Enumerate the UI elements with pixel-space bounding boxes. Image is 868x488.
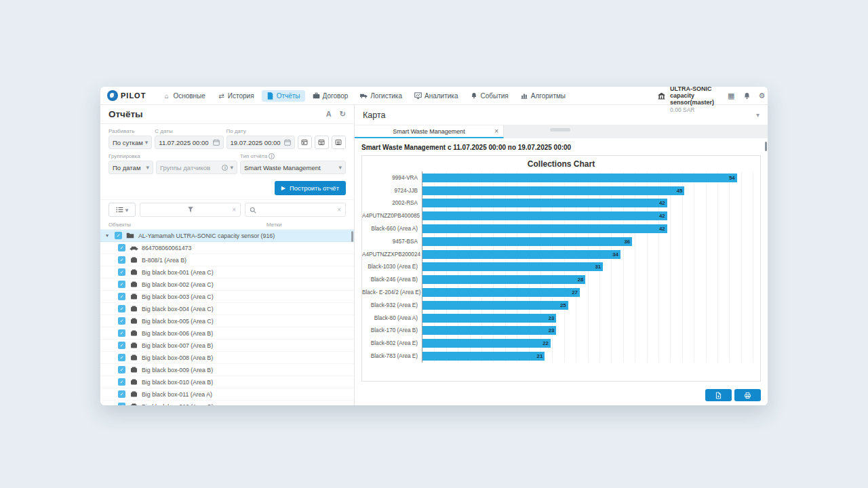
checkbox-checked[interactable]: ✓	[118, 268, 125, 276]
chart-bar[interactable]: 28	[422, 275, 585, 284]
date-to-input[interactable]	[231, 139, 282, 146]
tree-item-row[interactable]: ✓ Big black box-012 (Area C)	[100, 401, 354, 405]
search-input[interactable]: ×	[245, 203, 346, 217]
checkbox-checked[interactable]: ✓	[118, 256, 125, 264]
print-report-button[interactable]	[734, 389, 761, 401]
tree-item-row[interactable]: ✓ 864708060061473	[100, 242, 354, 254]
grouping-select[interactable]: По датам ▾	[108, 161, 153, 174]
checkbox-checked[interactable]: ✓	[118, 281, 125, 288]
date-from-input[interactable]	[159, 139, 210, 146]
chart-bar[interactable]: 21	[422, 352, 545, 361]
tree-item-row[interactable]: ✓ Big black box-001 (Area C)	[100, 266, 354, 279]
checkbox-checked[interactable]: ✓	[118, 244, 125, 251]
nav-item[interactable]: Договор	[308, 90, 353, 102]
export-report-button[interactable]	[705, 389, 732, 401]
nav-item[interactable]: События	[465, 90, 513, 102]
nav-item[interactable]: ⇄ История	[213, 90, 259, 102]
tree-item-row[interactable]: ✓ Big black box-007 (Area B)	[100, 340, 354, 352]
checkbox-checked[interactable]: ✓	[118, 293, 125, 300]
status-badge[interactable]	[618, 94, 631, 98]
chart-bar[interactable]: 42	[422, 211, 667, 220]
date-from-field[interactable]	[155, 136, 223, 149]
tree-item-row[interactable]: ✓ Big black box-004 (Area C)	[100, 303, 354, 315]
chart-bar[interactable]: 42	[422, 199, 667, 207]
chart-bar[interactable]: 54	[422, 174, 737, 182]
quick-range-week-button[interactable]	[315, 136, 329, 149]
date-to-field[interactable]	[226, 136, 295, 149]
tree-item-row[interactable]: ✓ Big black box-003 (Area C)	[100, 291, 354, 303]
sensor-groups-select[interactable]: Группы датчиков i ▾	[156, 161, 237, 174]
checkbox-checked[interactable]: ✓	[118, 403, 125, 405]
bell-icon[interactable]	[743, 92, 751, 100]
chevron-expanded-icon[interactable]: ▾	[106, 232, 111, 239]
tree-item-row[interactable]: ✓ Big black box-010 (Area B)	[100, 376, 354, 388]
nav-item-icon	[313, 92, 320, 100]
checkbox-checked[interactable]: ✓	[118, 342, 125, 349]
nav-item-label: Договор	[323, 92, 349, 100]
checkbox-checked[interactable]: ✓	[118, 354, 125, 361]
nav-item[interactable]: Отчёты	[262, 90, 305, 102]
clear-search-icon[interactable]: ×	[337, 206, 341, 214]
report-type-select[interactable]: Smart Waste Management ▾	[240, 161, 346, 174]
checkbox-checked[interactable]: ✓	[118, 305, 125, 312]
labels-column-header[interactable]: Метки	[267, 222, 282, 228]
tree-item-row[interactable]: ✓ Big black box-006 (Area B)	[100, 327, 354, 340]
device-icon	[129, 379, 138, 385]
tree-scrollbar-thumb[interactable]	[351, 231, 353, 242]
split-select[interactable]: По суткам ▾	[108, 136, 152, 149]
tree-root-row[interactable]: ▾ ✓ AL-Yamamah ULTRA-SONIC capacity sens…	[100, 230, 354, 242]
checkbox-checked[interactable]: ✓	[118, 317, 125, 325]
status-badge[interactable]	[590, 94, 602, 98]
calendar-icon[interactable]	[213, 139, 220, 146]
checkbox-checked[interactable]: ✓	[118, 366, 125, 373]
chart-bar[interactable]: 23	[422, 314, 556, 323]
gear-icon[interactable]: ⚙	[759, 92, 766, 100]
chart-bar[interactable]: 36	[422, 237, 632, 246]
tree-item-row[interactable]: ✓ Big black box-008 (Area B)	[100, 352, 354, 364]
nav-item[interactable]: ⌂ Основные	[158, 90, 210, 102]
chart-bar[interactable]: 25	[422, 301, 568, 310]
chart-bar[interactable]: 23	[422, 326, 556, 335]
tree-item-row[interactable]: ✓ Big black box-002 (Area C)	[100, 279, 354, 291]
checkbox-checked[interactable]: ✓	[115, 232, 122, 239]
quick-range-day-button[interactable]	[298, 136, 312, 149]
nav-item-label: Основные	[173, 92, 205, 100]
chart-bar[interactable]: 27	[422, 288, 580, 297]
clear-filter-icon[interactable]: ×	[232, 206, 236, 214]
collapse-chevron-icon[interactable]: ▾	[756, 111, 760, 119]
apps-grid-icon[interactable]: ▦	[728, 92, 734, 100]
tree-item-row[interactable]: ✓ Big black box-009 (Area B)	[100, 364, 354, 376]
refresh-icon[interactable]: ↻	[340, 110, 346, 119]
objects-column-header[interactable]: Объекты	[108, 222, 267, 228]
checkbox-checked[interactable]: ✓	[118, 329, 125, 337]
nav-item[interactable]: Логистика	[355, 90, 407, 102]
report-scrollbar-thumb[interactable]	[765, 142, 767, 151]
close-tab-icon[interactable]: ×	[494, 127, 498, 135]
report-tab[interactable]: Smart Waste Management ×	[355, 125, 504, 138]
nav-item[interactable]: Аналитика	[410, 90, 463, 102]
checkbox-checked[interactable]: ✓	[118, 390, 125, 398]
chart-bar[interactable]: 42	[422, 224, 667, 233]
chart-value-label: 28	[578, 277, 584, 283]
chart-bar[interactable]: 45	[422, 186, 684, 195]
filter-input[interactable]: ×	[140, 203, 241, 217]
status-badge[interactable]	[604, 94, 616, 98]
tree-item-row[interactable]: ✓ B-808/1 (Area B)	[100, 254, 354, 266]
status-badge[interactable]	[576, 94, 588, 98]
status-badge[interactable]	[633, 94, 645, 98]
nav-item[interactable]: Алгоритмы	[516, 90, 570, 102]
font-size-icon[interactable]: A	[326, 110, 332, 119]
pane-resize-handle[interactable]	[550, 128, 570, 131]
chart-bar[interactable]: 31	[422, 262, 603, 271]
checkbox-checked[interactable]: ✓	[118, 378, 125, 386]
brand[interactable]: PILOT	[107, 90, 146, 101]
chart-bar[interactable]: 22	[422, 339, 551, 348]
chart-bar[interactable]: 34	[422, 250, 620, 259]
tree-item-row[interactable]: ✓ Big black box-011 (Area A)	[100, 388, 354, 401]
chart-value-label: 45	[677, 188, 683, 194]
quick-range-month-button[interactable]	[332, 136, 346, 149]
calendar-icon[interactable]	[284, 139, 291, 146]
build-report-button[interactable]: ▶ Построить отчёт	[275, 181, 346, 195]
tree-item-row[interactable]: ✓ Big black box-005 (Area C)	[100, 315, 354, 327]
view-mode-button[interactable]: ▾	[108, 203, 136, 217]
